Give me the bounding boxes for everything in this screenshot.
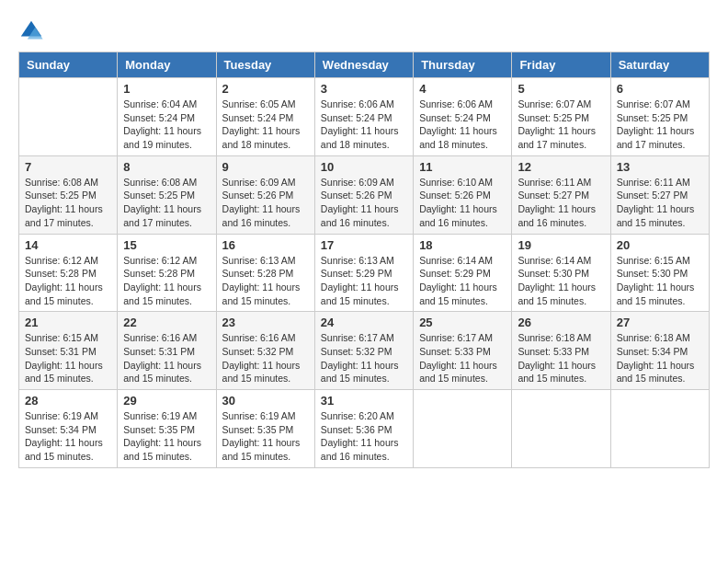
calendar-cell: 28Sunrise: 6:19 AM Sunset: 5:34 PM Dayli… [19,390,118,468]
calendar-cell: 20Sunrise: 6:15 AM Sunset: 5:30 PM Dayli… [610,234,709,312]
day-number: 31 [321,394,407,408]
day-info: Sunrise: 6:11 AM Sunset: 5:27 PM Dayligh… [518,176,604,230]
day-info: Sunrise: 6:12 AM Sunset: 5:28 PM Dayligh… [25,254,111,308]
calendar-cell: 3Sunrise: 6:06 AM Sunset: 5:24 PM Daylig… [314,78,413,156]
day-number: 24 [321,316,407,329]
day-number: 17 [321,238,407,252]
calendar-cell: 8Sunrise: 6:08 AM Sunset: 5:25 PM Daylig… [118,155,216,234]
day-info: Sunrise: 6:13 AM Sunset: 5:28 PM Dayligh… [222,254,309,308]
calendar-cell: 1Sunrise: 6:04 AM Sunset: 5:24 PM Daylig… [118,78,216,156]
page-header [18,18,710,44]
calendar-cell: 11Sunrise: 6:10 AM Sunset: 5:26 PM Dayli… [414,155,512,234]
calendar-week-row: 7Sunrise: 6:08 AM Sunset: 5:25 PM Daylig… [19,155,710,234]
weekday-header-row: SundayMondayTuesdayWednesdayThursdayFrid… [19,52,710,78]
day-number: 26 [518,316,604,329]
day-info: Sunrise: 6:19 AM Sunset: 5:35 PM Dayligh… [222,409,309,464]
day-number: 4 [419,82,506,96]
day-number: 6 [617,82,703,96]
day-info: Sunrise: 6:17 AM Sunset: 5:33 PM Dayligh… [419,331,506,385]
day-info: Sunrise: 6:11 AM Sunset: 5:27 PM Dayligh… [617,176,703,230]
calendar-cell: 23Sunrise: 6:16 AM Sunset: 5:32 PM Dayli… [216,312,314,390]
day-number: 8 [123,160,210,174]
day-info: Sunrise: 6:20 AM Sunset: 5:36 PM Dayligh… [321,409,407,464]
calendar-cell: 13Sunrise: 6:11 AM Sunset: 5:27 PM Dayli… [610,155,709,234]
day-info: Sunrise: 6:08 AM Sunset: 5:25 PM Dayligh… [123,176,210,230]
day-number: 3 [321,82,407,96]
day-number: 29 [123,394,210,408]
calendar-cell: 15Sunrise: 6:12 AM Sunset: 5:28 PM Dayli… [118,234,216,312]
weekday-header-tuesday: Tuesday [216,52,314,78]
day-number: 20 [617,238,703,252]
weekday-header-wednesday: Wednesday [314,52,413,78]
day-info: Sunrise: 6:09 AM Sunset: 5:26 PM Dayligh… [222,176,309,230]
calendar-cell [19,78,118,156]
calendar-cell: 25Sunrise: 6:17 AM Sunset: 5:33 PM Dayli… [414,312,512,390]
calendar-cell: 19Sunrise: 6:14 AM Sunset: 5:30 PM Dayli… [512,234,610,312]
day-number: 11 [419,160,506,174]
calendar-cell [512,390,610,468]
day-number: 12 [518,160,604,174]
day-number: 9 [222,160,309,174]
day-number: 28 [25,394,111,408]
calendar-week-row: 14Sunrise: 6:12 AM Sunset: 5:28 PM Dayli… [19,234,710,312]
calendar-cell: 27Sunrise: 6:18 AM Sunset: 5:34 PM Dayli… [610,312,709,390]
day-number: 15 [123,238,210,252]
calendar-cell: 5Sunrise: 6:07 AM Sunset: 5:25 PM Daylig… [512,78,610,156]
calendar-cell: 14Sunrise: 6:12 AM Sunset: 5:28 PM Dayli… [19,234,118,312]
calendar-week-row: 1Sunrise: 6:04 AM Sunset: 5:24 PM Daylig… [19,78,710,156]
day-info: Sunrise: 6:14 AM Sunset: 5:29 PM Dayligh… [419,254,506,308]
calendar-cell: 9Sunrise: 6:09 AM Sunset: 5:26 PM Daylig… [216,155,314,234]
calendar-cell: 24Sunrise: 6:17 AM Sunset: 5:32 PM Dayli… [314,312,413,390]
calendar-cell: 16Sunrise: 6:13 AM Sunset: 5:28 PM Dayli… [216,234,314,312]
calendar-cell [414,390,512,468]
day-info: Sunrise: 6:07 AM Sunset: 5:25 PM Dayligh… [518,98,604,152]
day-number: 10 [321,160,407,174]
calendar-cell: 2Sunrise: 6:05 AM Sunset: 5:24 PM Daylig… [216,78,314,156]
day-number: 16 [222,238,309,252]
calendar-cell: 4Sunrise: 6:06 AM Sunset: 5:24 PM Daylig… [414,78,512,156]
day-number: 1 [123,82,210,96]
day-info: Sunrise: 6:13 AM Sunset: 5:29 PM Dayligh… [321,254,407,308]
weekday-header-monday: Monday [118,52,216,78]
day-number: 2 [222,82,309,96]
day-info: Sunrise: 6:06 AM Sunset: 5:24 PM Dayligh… [419,98,506,152]
calendar-cell: 22Sunrise: 6:16 AM Sunset: 5:31 PM Dayli… [118,312,216,390]
weekday-header-saturday: Saturday [610,52,709,78]
day-info: Sunrise: 6:05 AM Sunset: 5:24 PM Dayligh… [222,98,309,152]
day-number: 25 [419,316,506,329]
calendar-cell: 30Sunrise: 6:19 AM Sunset: 5:35 PM Dayli… [216,390,314,468]
calendar-cell: 21Sunrise: 6:15 AM Sunset: 5:31 PM Dayli… [19,312,118,390]
day-number: 21 [25,316,111,329]
day-info: Sunrise: 6:16 AM Sunset: 5:31 PM Dayligh… [123,331,210,385]
calendar-cell: 6Sunrise: 6:07 AM Sunset: 5:25 PM Daylig… [610,78,709,156]
day-number: 14 [25,238,111,252]
day-number: 22 [123,316,210,329]
calendar-cell: 12Sunrise: 6:11 AM Sunset: 5:27 PM Dayli… [512,155,610,234]
weekday-header-sunday: Sunday [19,52,118,78]
calendar-cell: 10Sunrise: 6:09 AM Sunset: 5:26 PM Dayli… [314,155,413,234]
day-number: 30 [222,394,309,408]
day-number: 7 [25,160,111,174]
day-info: Sunrise: 6:10 AM Sunset: 5:26 PM Dayligh… [419,176,506,230]
day-number: 19 [518,238,604,252]
day-info: Sunrise: 6:18 AM Sunset: 5:34 PM Dayligh… [617,331,703,385]
weekday-header-friday: Friday [512,52,610,78]
calendar: SundayMondayTuesdayWednesdayThursdayFrid… [18,52,710,468]
day-number: 23 [222,316,309,329]
day-info: Sunrise: 6:08 AM Sunset: 5:25 PM Dayligh… [25,176,111,230]
day-number: 27 [617,316,703,329]
calendar-cell: 26Sunrise: 6:18 AM Sunset: 5:33 PM Dayli… [512,312,610,390]
weekday-header-thursday: Thursday [414,52,512,78]
calendar-cell: 31Sunrise: 6:20 AM Sunset: 5:36 PM Dayli… [314,390,413,468]
day-info: Sunrise: 6:18 AM Sunset: 5:33 PM Dayligh… [518,331,604,385]
day-number: 5 [518,82,604,96]
day-info: Sunrise: 6:06 AM Sunset: 5:24 PM Dayligh… [321,98,407,152]
day-info: Sunrise: 6:19 AM Sunset: 5:35 PM Dayligh… [123,409,210,464]
calendar-cell: 29Sunrise: 6:19 AM Sunset: 5:35 PM Dayli… [118,390,216,468]
day-number: 18 [419,238,506,252]
calendar-week-row: 28Sunrise: 6:19 AM Sunset: 5:34 PM Dayli… [19,390,710,468]
day-info: Sunrise: 6:19 AM Sunset: 5:34 PM Dayligh… [25,409,111,464]
logo [18,18,48,44]
day-info: Sunrise: 6:17 AM Sunset: 5:32 PM Dayligh… [321,331,407,385]
logo-icon [18,18,44,44]
